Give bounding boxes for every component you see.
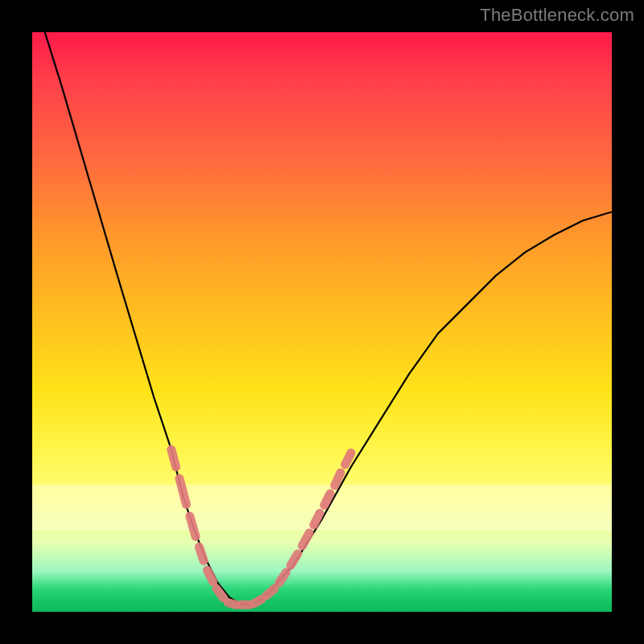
curve-marker	[314, 514, 320, 525]
curve-marker	[291, 554, 298, 565]
curve-marker	[217, 588, 224, 598]
watermark-text: TheBottleneck.com	[480, 5, 634, 26]
curve-marker	[303, 533, 310, 546]
chart-frame: TheBottleneck.com	[0, 0, 644, 644]
curve-marker	[345, 453, 351, 464]
curve-marker	[180, 478, 187, 504]
chart-overlay	[32, 32, 612, 612]
curve-marker	[254, 599, 262, 604]
curve-marker	[190, 516, 196, 536]
curve-marker	[207, 570, 213, 581]
curve-marker	[228, 602, 236, 605]
marker-group	[171, 449, 351, 605]
curve-marker	[324, 493, 330, 505]
curve-marker	[279, 572, 287, 583]
curve-marker	[335, 473, 341, 485]
curve-marker	[171, 449, 176, 467]
curve-marker	[199, 547, 204, 560]
curve-marker	[266, 588, 275, 596]
